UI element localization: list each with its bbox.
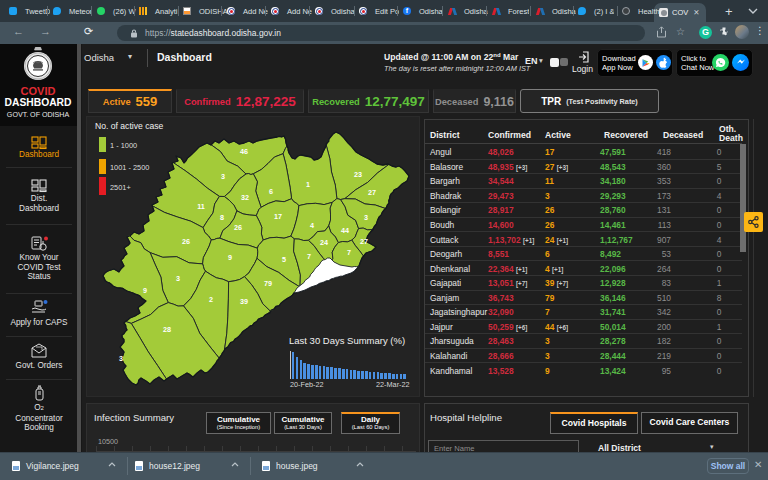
svg-text:46: 46 bbox=[240, 147, 248, 156]
svg-text:2: 2 bbox=[209, 295, 213, 304]
svg-text:6: 6 bbox=[269, 187, 273, 196]
svg-text:23: 23 bbox=[354, 170, 362, 179]
svg-text:9: 9 bbox=[228, 253, 232, 262]
svg-text:3: 3 bbox=[364, 213, 368, 222]
svg-text:3: 3 bbox=[221, 172, 225, 181]
svg-text:17: 17 bbox=[274, 212, 282, 221]
svg-text:3: 3 bbox=[176, 274, 180, 283]
svg-text:8: 8 bbox=[220, 213, 224, 222]
svg-text:7: 7 bbox=[347, 248, 351, 257]
svg-text:26: 26 bbox=[234, 223, 242, 232]
svg-text:28: 28 bbox=[163, 325, 171, 334]
svg-text:11: 11 bbox=[197, 202, 205, 211]
svg-text:4: 4 bbox=[310, 221, 314, 230]
svg-text:27: 27 bbox=[368, 188, 376, 197]
svg-text:24: 24 bbox=[320, 238, 328, 247]
svg-text:7: 7 bbox=[307, 252, 311, 261]
svg-text:44: 44 bbox=[341, 226, 349, 235]
svg-text:26: 26 bbox=[182, 237, 190, 246]
svg-text:79: 79 bbox=[264, 279, 272, 288]
svg-text:1: 1 bbox=[306, 180, 310, 189]
svg-text:39: 39 bbox=[240, 297, 248, 306]
svg-text:9: 9 bbox=[143, 286, 147, 295]
svg-text:3: 3 bbox=[119, 354, 123, 363]
svg-text:27: 27 bbox=[360, 237, 368, 246]
svg-text:5: 5 bbox=[282, 255, 286, 264]
svg-text:32: 32 bbox=[241, 193, 249, 202]
